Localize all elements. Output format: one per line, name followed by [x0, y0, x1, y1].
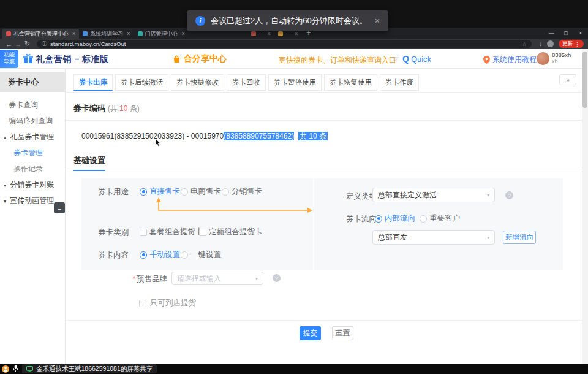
checkbox-store-pickup-only[interactable]: 只可到店提货	[139, 298, 196, 308]
scrollbar-thumb[interactable]	[582, 52, 587, 108]
site-info-icon[interactable]: ⓘ	[42, 40, 47, 48]
tab-card-outbound[interactable]: 券卡出库	[74, 74, 113, 91]
sidebar-group-distribution-reconciliation[interactable]: ▾ 分销券卡对账	[0, 177, 65, 193]
user-name: 8385xh	[552, 52, 571, 58]
tab-title: ···	[285, 31, 291, 37]
tab-close-icon[interactable]: ×	[127, 31, 130, 37]
screen-share-status: 金禾通技术王斌18662591081的屏幕共享	[22, 364, 157, 373]
radio-distribution-sale[interactable]: 分销售卡	[222, 186, 262, 197]
user-account[interactable]: 8385xh xh.	[537, 52, 571, 65]
tab-card-suspend[interactable]: 券卡暂停使用	[268, 74, 322, 91]
radio-label: 内部流向	[385, 213, 415, 224]
sidebar-collapse-toggle[interactable]: ≡	[54, 202, 65, 213]
forward-icon[interactable]: →	[13, 40, 23, 48]
omnibox[interactable]: ⓘ standard.maboy.cn/CardsOut ☆	[37, 40, 532, 48]
label-text: 预售品牌	[137, 275, 167, 283]
divider	[66, 320, 582, 321]
toast-close-icon[interactable]: ×	[375, 16, 380, 26]
checkbox-icon	[140, 229, 147, 236]
sidebar-item-card-management[interactable]: 券卡管理	[0, 145, 65, 161]
tab-close-icon[interactable]: ×	[268, 31, 271, 37]
browser-tab-active[interactable]: 礼盒营销平台管理中心 ×	[2, 29, 79, 39]
main-content: 券卡出库 券卡后续激活 券卡快捷修改 券卡回收 券卡暂停使用 券卡恢复使用 券卡…	[66, 69, 582, 364]
browser-menu-icon[interactable]: ⋮	[575, 41, 580, 47]
sidebar-item-card-query[interactable]: 券卡查询	[0, 97, 65, 113]
tab-card-followup-activate[interactable]: 券卡后续激活	[115, 74, 168, 91]
radio-icon	[181, 251, 188, 259]
sidebar-group-gift-card-management[interactable]: ▴ 礼品券卡管理	[0, 129, 65, 145]
share-center-label: 合分享中心	[184, 53, 227, 64]
radio-important-customer[interactable]: 重要客户	[420, 213, 460, 224]
checkbox-fixed-combo-pickup-card[interactable]: 定额组合提货卡	[199, 227, 263, 237]
sidebar-item-label: 分销券卡对账	[10, 180, 54, 189]
radio-label: 手动设置	[149, 250, 180, 260]
radio-ecommerce-sale[interactable]: 电商售卡	[181, 186, 221, 197]
tab-card-recycle[interactable]: 券卡回收	[227, 74, 266, 91]
minimize-button[interactable]: —	[544, 28, 559, 38]
checkbox-icon	[139, 300, 146, 307]
radio-internal-flow[interactable]: 内部流向	[375, 213, 415, 224]
microphone-icon[interactable]	[13, 365, 18, 373]
card-codes-count: 条)	[127, 104, 139, 113]
tab-close-icon[interactable]: ×	[72, 31, 75, 37]
tab-close-icon[interactable]: ×	[295, 31, 298, 37]
tab-favicon	[251, 31, 256, 36]
sidebar-item-label: 宣传动画管理	[10, 196, 54, 205]
select-value: 总部直发	[378, 232, 407, 243]
function-nav-button[interactable]: 功能 导航	[0, 50, 18, 68]
browser-window: 礼盒营销平台管理中心 × 系统培训学习 × 门店管理中心 × ··· ×	[0, 28, 588, 364]
profile-avatar[interactable]	[547, 40, 554, 47]
radio-icon	[420, 215, 427, 223]
browser-tab[interactable]: 系统培训学习 ×	[79, 29, 134, 39]
download-icon[interactable]: ↓	[539, 40, 542, 47]
basic-settings-title: 基础设置	[74, 155, 105, 171]
meeting-avatar-icon	[2, 365, 9, 373]
submit-button[interactable]: 提交	[300, 326, 321, 340]
browser-tab[interactable]: 门店管理中心 ×	[134, 29, 189, 39]
definition-type-select[interactable]: 总部直接定义激活 ▾	[372, 188, 495, 202]
caret-down-icon: ▾	[4, 199, 6, 204]
tab-card-resume[interactable]: 券卡恢复使用	[324, 74, 377, 91]
radio-icon	[375, 215, 382, 223]
reset-button[interactable]: 重置	[332, 326, 353, 340]
close-button[interactable]: ×	[573, 28, 588, 38]
help-icon[interactable]: ?	[273, 274, 281, 282]
radio-manual-setting[interactable]: 手动设置	[140, 250, 180, 260]
radio-icon	[181, 188, 188, 196]
quick-label: Quick	[411, 55, 431, 64]
checkbox-combo-pickup-card[interactable]: 套餐组合提货卡	[140, 227, 203, 237]
flow-select[interactable]: 总部直发 ▾	[372, 230, 495, 245]
add-flow-button[interactable]: 新增流向	[503, 231, 536, 244]
sidebar-item-operation-log[interactable]: 操作记录	[0, 161, 65, 177]
divider	[66, 92, 582, 93]
update-label: 更新	[562, 40, 573, 48]
reload-icon[interactable]: ↻	[23, 40, 32, 48]
caret-up-icon: ▴	[4, 135, 6, 140]
tab-card-quick-modify[interactable]: 券卡快捷修改	[171, 74, 224, 91]
presale-brand-select[interactable]: 请选择或输入 ▾	[172, 272, 263, 285]
browser-update-button[interactable]: 更新 ⋮	[559, 40, 584, 48]
user-subname: xh.	[552, 58, 571, 65]
card-code-range: 00015961(8385291502033923) - 00015970(83…	[81, 131, 328, 142]
panel-collapse-button[interactable]: »	[559, 74, 576, 85]
pointer-hand-icon: ☞	[393, 55, 399, 63]
radio-one-click-setting[interactable]: 一键设置	[181, 250, 221, 260]
quick-entry-link[interactable]: Q Quick	[402, 54, 431, 64]
tab-close-icon[interactable]: ×	[182, 31, 185, 37]
page-scrollbar[interactable]	[582, 49, 588, 364]
checkbox-icon	[199, 229, 206, 236]
card-action-tabs: 券卡出库 券卡后续激活 券卡快捷修改 券卡回收 券卡暂停使用 券卡恢复使用 券卡…	[74, 74, 421, 91]
tab-card-void[interactable]: 券卡作废	[380, 74, 419, 91]
maximize-button[interactable]: □	[559, 28, 573, 38]
sidebar-item-code-sequence-query[interactable]: 编码序列查询	[0, 113, 65, 129]
back-icon[interactable]: ←	[4, 40, 13, 48]
help-icon[interactable]: ?	[505, 191, 513, 199]
share-center-link[interactable]: 合分享中心	[172, 53, 227, 64]
usage-label: 券卡用途	[98, 187, 129, 197]
radio-direct-sale[interactable]: 直接售卡	[140, 186, 180, 197]
tutorial-link[interactable]: 系统使用教程	[483, 55, 537, 65]
promo-text: 更快捷的券卡、订单和快递查询入口	[279, 55, 396, 66]
bookmark-star-icon[interactable]: ☆	[522, 41, 527, 47]
code-count-badge: 共 10 条	[298, 132, 328, 140]
app-header: 功能 导航 礼盒营销 – 标准版 合分享中心 更快捷的券卡、订单和快递	[0, 49, 582, 69]
